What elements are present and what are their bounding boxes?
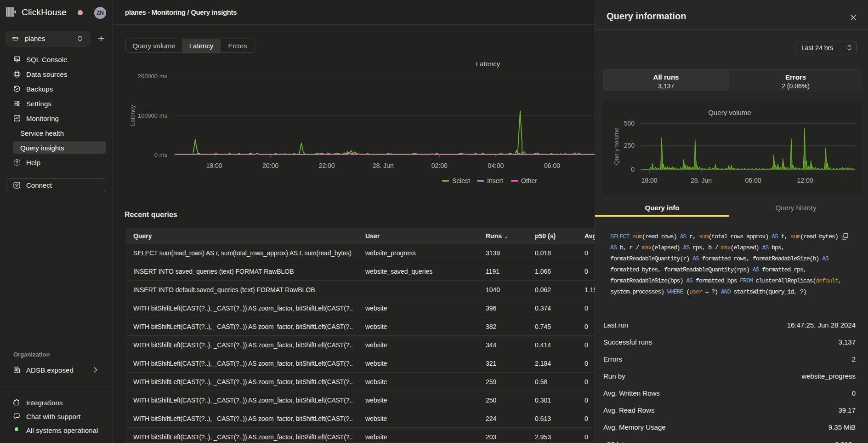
svg-text:Other: Other (521, 177, 537, 184)
svg-text:18:00: 18:00 (206, 162, 222, 169)
svg-text:20:00: 20:00 (262, 162, 278, 169)
svg-text:0 ms: 0 ms (154, 151, 168, 158)
svg-text:Select: Select (452, 177, 470, 184)
svg-text:0: 0 (631, 166, 635, 173)
svg-text:28. Jun: 28. Jun (373, 162, 394, 169)
svg-text:04:00: 04:00 (488, 162, 504, 169)
svg-text:Query volume: Query volume (613, 128, 620, 165)
svg-text:500: 500 (624, 120, 635, 127)
svg-text:28. Jun: 28. Jun (691, 177, 712, 184)
svg-text:06:00: 06:00 (745, 177, 761, 184)
svg-text:Insert: Insert (487, 177, 503, 184)
svg-text:18:00: 18:00 (641, 177, 657, 184)
svg-text:06:00: 06:00 (544, 162, 560, 169)
svg-text:Query volume: Query volume (708, 109, 751, 116)
svg-text:12:00: 12:00 (797, 177, 813, 184)
svg-text:22:00: 22:00 (319, 162, 335, 169)
svg-text:Latency: Latency (129, 105, 136, 126)
svg-text:200000 ms: 200000 ms (138, 73, 168, 80)
svg-text:02:00: 02:00 (431, 162, 448, 169)
svg-text:100000 ms: 100000 ms (138, 112, 168, 119)
svg-text:250: 250 (624, 142, 635, 149)
svg-text:aws: aws (12, 36, 18, 39)
svg-text:Latency: Latency (476, 60, 500, 68)
